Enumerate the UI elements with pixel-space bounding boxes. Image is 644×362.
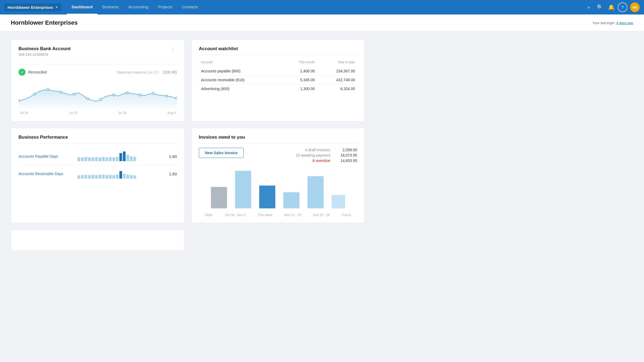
statement-balance: (100.00) <box>163 70 177 74</box>
bar-label-5: Future <box>342 213 351 217</box>
nav-links: Dashboard Business Accounting Projects C… <box>67 0 584 14</box>
watchlist-row-1: Accounts receivable (610) 5,345.00 432,7… <box>199 76 357 84</box>
bar-label-2: This week <box>258 213 272 217</box>
brand-menu[interactable]: Hornblower Enterprises ▼ <box>4 3 61 11</box>
perf-bar <box>98 157 101 161</box>
svg-point-6 <box>100 98 102 101</box>
perf-bar <box>85 175 87 179</box>
perf-bars-0 <box>78 152 161 161</box>
perf-bars-1 <box>78 169 161 179</box>
bar-oct30 <box>235 171 251 208</box>
perf-bar <box>116 157 119 161</box>
invoice-stat-value-1: 18,073.95 <box>336 153 357 157</box>
account-watchlist-card: Account watchlist Account This month Yea… <box>191 39 365 121</box>
watchlist-col-thismonth: This month <box>282 59 317 67</box>
invoice-stat-value-0: 2,058.00 <box>336 148 357 152</box>
invoice-stats: 4 draft invoices 2,058.00 10 awaiting pa… <box>296 148 357 164</box>
bar-thisweek <box>259 186 275 208</box>
reconcile-status: ✓ Reconciled <box>19 69 47 76</box>
add-icon[interactable]: ＋ <box>584 2 594 12</box>
perf-bar <box>98 175 101 179</box>
brand-label: Hornblower Enterprises <box>8 5 53 10</box>
invoice-stat-label-2: 8 overdue <box>313 158 330 163</box>
perf-bar <box>81 175 84 179</box>
date-labels: Jul 16 Jul 23 Jul 30 Aug 6 <box>19 111 177 115</box>
perf-bar-highlight <box>119 171 122 179</box>
bank-header: Business Bank Account 306-234-12345678 ⋮ <box>19 46 177 61</box>
new-invoice-button[interactable]: New Sales Invoice <box>199 148 244 158</box>
perf-bar <box>130 156 133 161</box>
invoice-stat-label-0: 4 draft invoices <box>305 148 330 152</box>
bank-account-card: Business Bank Account 306-234-12345678 ⋮… <box>11 39 185 121</box>
main-content: Business Bank Account 306-234-12345678 ⋮… <box>0 31 376 259</box>
perf-bar <box>78 175 80 179</box>
perf-bar <box>102 175 105 179</box>
perf-bar <box>85 157 87 161</box>
bar-future <box>332 195 345 208</box>
search-icon[interactable]: 🔍 <box>595 2 605 12</box>
perf-label-0[interactable]: Accounts Payable Days <box>19 154 72 158</box>
perf-label-1[interactable]: Accounts Receivable Days <box>19 172 72 176</box>
performance-divider <box>19 143 177 143</box>
perf-bar <box>88 175 91 179</box>
svg-point-2 <box>47 88 49 91</box>
help-icon[interactable]: ? <box>618 2 627 12</box>
bank-account-number: 306-234-12345678 <box>19 53 71 57</box>
svg-point-5 <box>86 98 89 100</box>
watchlist-ytd-1: 432,748.00 <box>317 76 357 84</box>
bar-nov20 <box>308 176 324 208</box>
bar-label-4: Nov 20 - 26 <box>313 213 330 217</box>
top-nav: Hornblower Enterprises ▼ Dashboard Busin… <box>0 0 644 14</box>
perf-bar <box>130 175 133 179</box>
watchlist-thismonth-2: 1,300.00 <box>282 84 317 93</box>
perf-bar-highlight <box>123 152 126 161</box>
watchlist-ytd-0: 234,567.00 <box>317 67 357 76</box>
svg-point-12 <box>176 97 177 99</box>
perf-bar <box>105 157 108 161</box>
bank-divider <box>19 64 177 64</box>
notifications-icon[interactable]: 🔔 <box>606 2 616 12</box>
perf-value-1: 1.60 <box>166 172 177 176</box>
watchlist-divider <box>199 55 357 55</box>
perf-bar-highlight <box>119 153 122 161</box>
perf-bar <box>95 157 98 161</box>
nav-link-business[interactable]: Business <box>97 0 123 14</box>
bar-older <box>211 187 227 208</box>
nav-link-contacts[interactable]: Contacts <box>177 0 203 14</box>
nav-link-accounting[interactable]: Accounting <box>123 0 153 14</box>
date-label-0: Jul 16 <box>20 111 28 115</box>
nav-link-projects[interactable]: Projects <box>153 0 177 14</box>
perf-value-0: 1.60 <box>166 154 177 159</box>
svg-point-0 <box>19 100 20 102</box>
performance-title: Business Performance <box>19 135 177 140</box>
reconcile-label: Reconciled <box>28 70 47 74</box>
perf-bar <box>116 175 119 179</box>
bar-chart-svg <box>199 168 357 211</box>
reconcile-check-icon: ✓ <box>19 69 25 76</box>
perf-bar <box>95 175 98 179</box>
svg-point-1 <box>34 93 36 95</box>
bar-label-3: Nov 13 - 19 <box>284 213 301 217</box>
watchlist-ytd-2: 6,324.00 <box>317 84 357 93</box>
bar-nov13 <box>283 192 299 208</box>
invoice-stat-row-0: 4 draft invoices 2,058.00 <box>296 148 357 152</box>
user-avatar[interactable]: HE <box>630 2 640 12</box>
watchlist-account-2: Advertising (400) <box>199 84 282 93</box>
perf-bar <box>112 157 115 161</box>
perf-bar <box>81 157 84 161</box>
last-login-label: Your last login: <box>592 21 615 25</box>
nav-link-dashboard[interactable]: Dashboard <box>67 0 97 14</box>
perf-bar <box>112 175 115 179</box>
nav-actions: ＋ 🔍 🔔 ? HE <box>584 2 640 12</box>
invoices-top: New Sales Invoice 4 draft invoices 2,058… <box>199 148 357 164</box>
brand-chevron-icon: ▼ <box>55 6 58 9</box>
last-login-link[interactable]: 4 days ago <box>616 21 633 25</box>
sparkline-svg <box>19 79 177 109</box>
perf-bar <box>133 157 136 161</box>
bank-menu-icon[interactable]: ⋮ <box>169 46 177 53</box>
watchlist-col-account: Account <box>199 59 282 67</box>
perf-bar <box>126 155 129 161</box>
date-label-2: Jul 30 <box>118 111 127 115</box>
svg-point-9 <box>139 94 141 96</box>
watchlist-account-0: Accounts payable (800) <box>199 67 282 76</box>
